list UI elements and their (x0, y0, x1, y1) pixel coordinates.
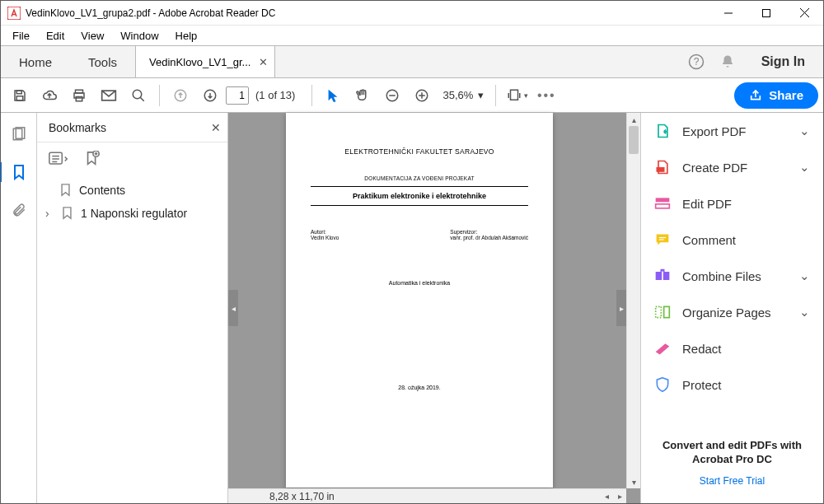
tool-combine-files[interactable]: Combine Files ⌄ (641, 258, 823, 294)
document-viewport[interactable]: ◂ ▸ ELEKTROTEHNIČKI FAKULTET SARAJEVO DO… (228, 113, 640, 503)
bookmark-item[interactable]: Contents (37, 179, 227, 202)
horizontal-scrollbar[interactable]: 8,28 x 11,70 in ◂ ▸ (228, 488, 626, 503)
share-button[interactable]: Share (734, 82, 818, 109)
save-icon[interactable] (6, 82, 34, 110)
zoom-level-dropdown[interactable]: 35,6%▾ (438, 89, 489, 101)
organize-pages-icon (654, 304, 671, 320)
promo-heading: Convert and edit PDFs with Acrobat Pro D… (654, 439, 810, 467)
scroll-down-arrow[interactable]: ▾ (627, 475, 640, 488)
menu-view[interactable]: View (73, 27, 112, 44)
prev-page-icon[interactable] (166, 82, 194, 110)
vertical-scrollbar[interactable]: ▴ ▾ (626, 113, 640, 488)
email-icon[interactable] (95, 82, 123, 110)
bookmark-label: 1 Naponski regulator (81, 207, 187, 220)
tool-comment[interactable]: Comment (641, 222, 823, 258)
main-area: Bookmarks ✕ Contents › 1 Naponski regula… (1, 113, 823, 503)
new-bookmark-icon[interactable] (85, 151, 100, 167)
chevron-down-icon: ▾ (478, 89, 484, 101)
bookmark-label: Contents (79, 184, 125, 197)
scroll-left-arrow[interactable]: ◂ (600, 492, 613, 501)
scroll-right-arrow[interactable]: ▸ (613, 492, 626, 501)
menu-edit[interactable]: Edit (38, 27, 73, 44)
bookmark-ribbon-icon (60, 184, 71, 197)
title-bar: VedinKlovo_LV1_grupa2.pdf - Adobe Acroba… (1, 1, 823, 26)
close-tab-icon[interactable]: ✕ (259, 56, 268, 68)
promo-link[interactable]: Start Free Trial (654, 475, 810, 487)
tool-create-pdf[interactable]: Create PDF ⌄ (641, 149, 823, 185)
doc-supervisor-label: Supervizor: (450, 229, 528, 235)
more-tools-icon[interactable]: ••• (532, 82, 560, 110)
page-fit-icon[interactable]: ▾ (503, 82, 531, 110)
sign-in-button[interactable]: Sign In (743, 46, 823, 77)
redact-icon (654, 340, 671, 357)
svg-rect-35 (656, 272, 662, 280)
zoom-out-icon[interactable] (378, 82, 406, 110)
svg-rect-7 (16, 91, 21, 94)
tool-edit-pdf[interactable]: Edit PDF (641, 185, 823, 222)
chevron-down-icon: ⌄ (799, 305, 810, 320)
thumbnails-icon[interactable] (9, 124, 29, 144)
document-tab-label: VedinKlovo_LV1_gr... (149, 56, 250, 68)
scroll-up-arrow[interactable]: ▴ (627, 113, 640, 126)
tool-organize-pages[interactable]: Organize Pages ⌄ (641, 294, 823, 330)
menu-bar: File Edit View Window Help (1, 26, 823, 45)
svg-rect-38 (664, 306, 670, 317)
nav-tools[interactable]: Tools (70, 46, 135, 77)
app-icon (7, 7, 21, 20)
help-icon[interactable]: ? (681, 46, 712, 77)
attachments-icon[interactable] (9, 200, 29, 220)
minimize-button[interactable] (709, 1, 747, 26)
svg-rect-31 (656, 198, 670, 202)
share-icon (749, 89, 762, 102)
toolbar: (1 of 13) 35,6%▾ ▾ ••• Share (1, 78, 823, 113)
nav-home[interactable]: Home (1, 46, 70, 77)
bookmark-options-icon[interactable] (49, 152, 68, 166)
protect-icon (654, 376, 671, 393)
window-title: VedinKlovo_LV1_grupa2.pdf - Adobe Acroba… (26, 7, 709, 19)
svg-rect-37 (656, 306, 662, 317)
doc-author-label: Autori: (311, 229, 339, 235)
document-tab[interactable]: VedinKlovo_LV1_gr... ✕ (135, 46, 275, 77)
select-tool-icon[interactable] (319, 82, 347, 110)
print-icon[interactable] (65, 82, 93, 110)
bookmark-ribbon-icon (62, 207, 73, 220)
combine-files-icon (654, 268, 671, 284)
svg-rect-36 (663, 272, 670, 280)
tool-redact[interactable]: Redact (641, 330, 823, 366)
bookmark-item[interactable]: › 1 Naponski regulator (37, 202, 227, 225)
zoom-in-icon[interactable] (408, 82, 436, 110)
svg-text:?: ? (693, 56, 699, 68)
page-dimensions: 8,28 x 11,70 in (228, 491, 335, 502)
expand-icon[interactable]: › (45, 207, 54, 220)
maximize-button[interactable] (747, 1, 785, 26)
svg-rect-8 (16, 96, 23, 100)
comment-icon (654, 231, 671, 248)
tools-panel: Export PDF ⌄ Create PDF ⌄ Edit PDF Comme… (640, 113, 823, 503)
svg-rect-32 (656, 204, 670, 208)
bookmarks-icon[interactable] (0, 162, 35, 182)
doc-title: Praktikum elektronike i elektrotehnike (311, 192, 528, 200)
create-pdf-icon (654, 159, 671, 175)
search-icon[interactable] (124, 82, 152, 110)
hand-tool-icon[interactable] (349, 82, 377, 110)
tool-protect[interactable]: Protect (641, 366, 823, 403)
doc-author: Vedin Klovo (311, 235, 339, 240)
page-number-input[interactable] (226, 86, 249, 105)
cloud-upload-icon[interactable] (35, 82, 63, 110)
tool-export-pdf[interactable]: Export PDF ⌄ (641, 113, 823, 149)
menu-help[interactable]: Help (167, 27, 206, 44)
chevron-down-icon: ⌄ (799, 268, 810, 283)
next-page-icon[interactable] (196, 82, 224, 110)
menu-file[interactable]: File (4, 27, 38, 44)
close-panel-icon[interactable]: ✕ (211, 121, 221, 134)
chevron-down-icon: ⌄ (799, 160, 810, 175)
notifications-icon[interactable] (712, 46, 743, 77)
collapse-left-handle[interactable]: ◂ (228, 290, 238, 326)
doc-date: 28. ožujka 2019. (311, 385, 528, 390)
close-button[interactable] (785, 1, 823, 26)
collapse-right-handle[interactable]: ▸ (616, 290, 626, 326)
doc-course: Automatika i elektronika (311, 280, 528, 286)
top-nav: Home Tools VedinKlovo_LV1_gr... ✕ ? Sign… (1, 45, 823, 78)
scroll-thumb[interactable] (629, 126, 639, 154)
menu-window[interactable]: Window (112, 27, 166, 44)
